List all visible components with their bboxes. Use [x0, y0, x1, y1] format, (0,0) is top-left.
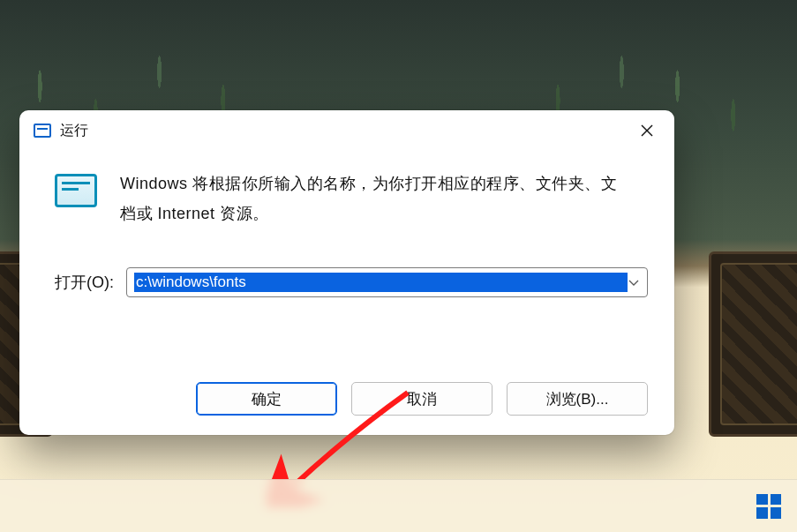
browse-button[interactable]: 浏览(B)...: [507, 382, 648, 416]
ok-button[interactable]: 确定: [196, 382, 337, 416]
browse-button-label: 浏览(B)...: [546, 389, 609, 409]
dialog-button-row: 确定 取消 浏览(B)...: [19, 382, 674, 435]
cancel-button[interactable]: 取消: [351, 382, 492, 416]
close-button[interactable]: [625, 114, 669, 147]
dialog-title: 运行: [60, 122, 88, 140]
dialog-body: Windows 将根据你所输入的名称，为你打开相应的程序、文件夹、文档或 Int…: [19, 151, 674, 382]
open-combobox[interactable]: c:\windows\fonts: [126, 267, 648, 297]
run-title-icon: [34, 124, 51, 138]
run-app-icon: [55, 174, 97, 207]
cancel-button-label: 取消: [407, 389, 437, 409]
dialog-titlebar[interactable]: 运行: [19, 110, 674, 151]
open-label: 打开(O):: [55, 272, 114, 293]
open-input[interactable]: c:\windows\fonts: [134, 273, 628, 292]
dialog-description: Windows 将根据你所输入的名称，为你打开相应的程序、文件夹、文档或 Int…: [120, 169, 632, 229]
run-dialog: 运行 Windows 将根据你所输入的名称，为你打开相应的程序、文件夹、文档或 …: [19, 110, 674, 435]
taskbar[interactable]: [0, 479, 797, 532]
ok-button-label: 确定: [252, 389, 282, 409]
chevron-down-icon[interactable]: [628, 276, 640, 288]
start-button-icon[interactable]: [756, 494, 781, 519]
close-icon: [640, 124, 654, 138]
wallpaper-decor: [709, 251, 797, 437]
